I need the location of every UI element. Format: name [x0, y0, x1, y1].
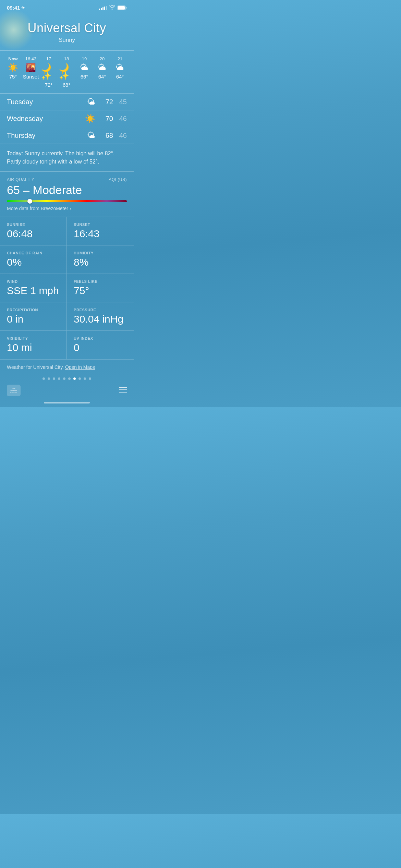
daily-row: Thursday 🌤 68 46	[0, 127, 134, 144]
status-time: 09:41 ✈	[7, 5, 25, 11]
daily-weather-icon: 🌤	[87, 131, 95, 140]
hourly-item: 20 🌥 64°	[93, 55, 111, 89]
daily-high: 70	[99, 115, 113, 123]
hourly-weather-icon: 🌇	[26, 63, 36, 72]
detail-label: WIND	[7, 279, 60, 284]
page-dot[interactable]	[53, 377, 55, 380]
page-dot[interactable]	[68, 377, 71, 380]
detail-value: SSE 1 mph	[7, 285, 60, 297]
daily-high: 72	[99, 98, 113, 106]
page-dots	[0, 374, 134, 383]
page-dot[interactable]	[84, 377, 86, 380]
battery-icon	[117, 5, 127, 10]
hourly-weather-icon: 🌥	[98, 63, 106, 72]
detail-label: FEELS LIKE	[74, 279, 127, 284]
today-description: Today: Sunny currently. The high will be…	[0, 144, 134, 172]
open-in-maps-link[interactable]: Open in Maps	[65, 364, 95, 370]
aq-bar	[7, 200, 127, 202]
daily-row: Tuesday 🌤 72 45	[0, 94, 134, 110]
detail-value: 75°	[74, 285, 127, 297]
city-name: Universal City	[7, 21, 127, 35]
detail-label: HUMIDITY	[74, 251, 127, 255]
hourly-time: 20	[100, 56, 105, 61]
hourly-temp: 66°	[81, 74, 88, 80]
detail-value: 0	[74, 342, 127, 353]
time-display: 09:41	[7, 5, 20, 11]
hourly-item: 21 🌥 64°	[111, 55, 129, 89]
detail-label: VISIBILITY	[7, 336, 60, 340]
detail-value: 8%	[74, 256, 127, 268]
daily-low: 46	[113, 132, 127, 140]
detail-value: 10 mi	[7, 342, 60, 353]
status-bar: 09:41 ✈	[0, 0, 134, 13]
daily-day: Wednesday	[7, 115, 85, 123]
detail-cell: PRECIPITATION 0 in	[0, 302, 67, 331]
detail-value: 06:48	[7, 228, 60, 240]
page-dot[interactable]	[48, 377, 50, 380]
status-icons	[99, 5, 127, 11]
hourly-weather-icon: 🌙✨	[59, 63, 74, 80]
aq-more-text: More data from BreezoMeter	[7, 206, 68, 211]
hourly-time: Now	[8, 56, 17, 61]
detail-cell: UV INDEX 0	[67, 331, 134, 359]
page-dot[interactable]	[89, 377, 91, 380]
daily-row: Wednesday ☀️ 70 46	[0, 110, 134, 127]
detail-label: SUNSET	[74, 222, 127, 227]
aq-marker	[27, 199, 32, 204]
footer-text: Weather for Universal City.	[7, 364, 64, 370]
detail-value: 0%	[7, 256, 60, 268]
hourly-temp: 64°	[116, 74, 124, 80]
hourly-section: Now ☀️ 75° 16:43 🌇 Sunset 17 🌙✨ 72° 18 🌙…	[0, 50, 134, 94]
hourly-item: 22 🌥 63°	[129, 55, 134, 89]
detail-label: PRESSURE	[74, 308, 127, 312]
detail-cell: HUMIDITY 8%	[67, 245, 134, 274]
chevron-right-icon: ›	[70, 206, 71, 211]
city-condition: Sunny	[7, 37, 127, 44]
hourly-time: 21	[118, 56, 122, 61]
city-header: Universal City Sunny	[0, 13, 134, 50]
page-dot[interactable]	[78, 377, 81, 380]
daily-weather-icon: ☀️	[85, 114, 95, 123]
detail-cell: WIND SSE 1 mph	[0, 274, 67, 302]
hourly-item: 16:43 🌇 Sunset	[22, 55, 40, 89]
detail-cell: PRESSURE 30.04 inHg	[67, 302, 134, 331]
hourly-temp: Sunset	[23, 74, 39, 80]
page-dot[interactable]	[63, 377, 65, 380]
bottom-bar[interactable]: TheWeatherChannel	[0, 383, 134, 400]
page-dot[interactable]	[58, 377, 60, 380]
aq-more-link[interactable]: More data from BreezoMeter ›	[7, 206, 127, 211]
hourly-time: 19	[82, 56, 87, 61]
page-dot[interactable]	[73, 377, 76, 380]
hourly-scroll[interactable]: Now ☀️ 75° 16:43 🌇 Sunset 17 🌙✨ 72° 18 🌙…	[0, 55, 134, 89]
hourly-item: 19 🌥 66°	[75, 55, 93, 89]
hourly-temp: 64°	[98, 74, 106, 80]
home-indicator	[44, 402, 90, 403]
detail-cell: FEELS LIKE 75°	[67, 274, 134, 302]
page-dot[interactable]	[42, 377, 45, 380]
hourly-temp: 68°	[63, 82, 71, 88]
hourly-item: Now ☀️ 75°	[4, 55, 22, 89]
detail-label: SUNRISE	[7, 222, 60, 227]
hourly-weather-icon: 🌙✨	[41, 63, 56, 80]
daily-low: 45	[113, 98, 127, 106]
list-icon[interactable]	[119, 387, 127, 395]
detail-value: 0 in	[7, 313, 60, 325]
hourly-weather-icon: 🌥	[80, 63, 88, 72]
daily-section: Tuesday 🌤 72 45 Wednesday ☀️ 70 46 Thurs…	[0, 94, 134, 144]
detail-cell: SUNRISE 06:48	[0, 217, 67, 245]
weather-channel-logo: TheWeatherChannel	[7, 385, 21, 396]
aq-aqi-label: AQI (US)	[109, 177, 127, 182]
hourly-time: 17	[46, 56, 51, 61]
hourly-temp: 72°	[45, 82, 53, 88]
hourly-temp: 75°	[9, 74, 17, 80]
hourly-time: 18	[64, 56, 69, 61]
aq-label: AIR QUALITY	[7, 177, 34, 182]
detail-cell: SUNSET 16:43	[67, 217, 134, 245]
detail-cell: VISIBILITY 10 mi	[0, 331, 67, 359]
aq-gradient	[7, 200, 127, 202]
air-quality-section[interactable]: AIR QUALITY AQI (US) 65 – Moderate More …	[0, 172, 134, 217]
daily-day: Thursday	[7, 132, 87, 140]
location-icon: ✈	[21, 5, 25, 10]
aq-value: 65 – Moderate	[7, 183, 127, 197]
detail-label: CHANCE OF RAIN	[7, 251, 60, 255]
